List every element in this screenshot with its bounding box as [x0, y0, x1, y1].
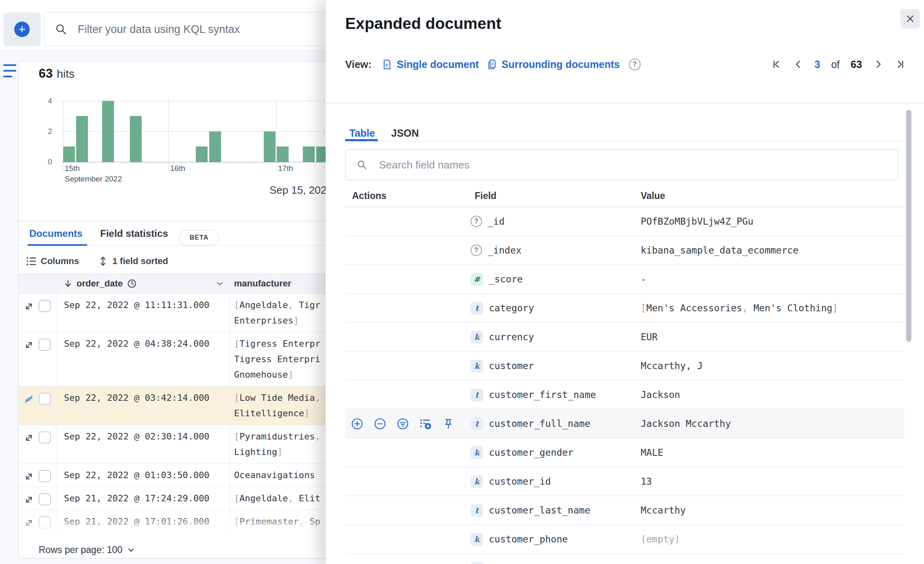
field-type-icon: k	[471, 533, 483, 546]
field-row: k customer_id 13	[345, 467, 904, 496]
field-name: customer_last_name	[489, 505, 590, 516]
view-row: View: Single document Surrounding docume…	[345, 55, 641, 74]
order-date-cell: Sep 22, 2022 @ 11:11:31.000	[57, 294, 230, 332]
row-checkbox[interactable]	[39, 470, 51, 482]
row-checkbox[interactable]	[39, 300, 51, 312]
field-type-icon: k	[471, 475, 483, 488]
flyout-header-divider	[326, 103, 924, 103]
field-name: customer_id	[489, 476, 551, 487]
last-page-button[interactable]	[895, 59, 905, 70]
single-document-link[interactable]: Single document	[381, 59, 479, 70]
field-cell: # _score	[471, 273, 637, 286]
toggle-column-icon[interactable]	[419, 418, 432, 430]
field-type-icon: t	[471, 389, 483, 401]
control-column-header	[19, 274, 57, 293]
order-date-cell: Sep 22, 2022 @ 03:42:14.000	[57, 387, 230, 425]
tab-documents[interactable]: Documents	[29, 228, 83, 239]
field-value: 13	[637, 476, 904, 487]
expand-row-icon[interactable]	[24, 472, 34, 481]
field-cell: k day_of_week	[471, 562, 637, 564]
field-cell: t customer_full_name	[471, 418, 637, 430]
filter-out-value-icon[interactable]	[374, 418, 386, 430]
columns-button[interactable]: Columns	[26, 252, 79, 270]
row-checkbox[interactable]	[39, 431, 51, 444]
field-sorted-button[interactable]: 1 field sorted	[98, 252, 168, 270]
field-name: customer_gender	[489, 447, 574, 458]
previous-page-button[interactable]	[793, 59, 804, 70]
field-value: (empty)	[637, 534, 904, 544]
field-cell: t customer_first_name	[471, 389, 637, 401]
filter-for-value-icon[interactable]	[351, 418, 363, 430]
field-type-icon: k	[471, 360, 483, 372]
histogram-bar	[303, 146, 315, 162]
field-cell: ? _index	[471, 245, 637, 256]
next-page-button[interactable]	[873, 59, 884, 70]
chevron-down-icon[interactable]	[215, 279, 225, 289]
first-page-button[interactable]	[771, 59, 782, 70]
expand-row-icon[interactable]	[24, 302, 34, 311]
search-icon	[55, 23, 67, 35]
table-bottom-fade	[19, 514, 325, 542]
filter-exists-icon[interactable]	[396, 418, 409, 430]
field-cell: ? _id	[471, 216, 637, 227]
x-axis-title: Sep 15, 2022	[269, 184, 333, 197]
field-cell: k customer_gender	[471, 446, 637, 459]
current-page: 3	[815, 59, 820, 70]
row-checkbox[interactable]	[39, 493, 51, 505]
tab-table[interactable]: Table	[349, 127, 375, 139]
surrounding-documents-link[interactable]: Surrounding documents	[486, 59, 620, 70]
field-value: Jackson Mccarthy	[637, 418, 904, 429]
field-row: t customer_first_name Jackson	[345, 380, 904, 409]
field-value: -	[637, 274, 904, 284]
add-filter-button[interactable]: +	[3, 12, 41, 46]
chevron-down-icon[interactable]	[127, 546, 136, 555]
field-row: k customer Mccarthy, J	[345, 352, 904, 380]
tab-field-statistics[interactable]: Field statistics	[100, 228, 168, 239]
chevron-right-icon	[873, 59, 884, 70]
tab-json[interactable]: JSON	[391, 127, 419, 139]
menu-toggle-icon[interactable]	[2, 62, 17, 81]
field-value: POfBZoMBjbVLjw4Z_PGu	[637, 216, 904, 227]
histogram-bars	[0, 101, 326, 162]
field-type-icon: ?	[471, 245, 482, 256]
column-header-order-date[interactable]: order_date	[57, 274, 230, 293]
single-document-label: Single document	[397, 59, 479, 70]
value-column-header: Value	[637, 190, 904, 201]
manufacturer-header-label: manufacturer	[234, 278, 291, 289]
hits-count: 63hits	[39, 66, 74, 81]
help-icon[interactable]: ?	[629, 59, 641, 70]
field-row-actions	[345, 418, 471, 430]
row-checkbox[interactable]	[39, 339, 51, 351]
x-axis-tick: 16th	[170, 164, 185, 173]
pin-field-icon[interactable]	[442, 418, 455, 430]
row-controls	[19, 332, 57, 386]
expand-row-icon[interactable]	[24, 495, 34, 505]
expand-row-icon[interactable]	[24, 340, 34, 350]
expand-row-icon[interactable]	[24, 433, 34, 443]
field-type-icon: k	[471, 562, 483, 564]
x-axis-line	[61, 162, 325, 162]
field-value: kibana_sample_data_ecommerce	[637, 245, 904, 256]
first-page-icon	[771, 59, 782, 70]
field-value: MALE	[637, 447, 904, 458]
order-date-cell: Sep 22, 2022 @ 04:38:24.000	[57, 332, 230, 386]
collapse-row-icon[interactable]	[24, 394, 34, 404]
row-checkbox[interactable]	[39, 393, 51, 405]
field-row: k currency EUR	[345, 323, 904, 352]
beta-badge: BETA	[179, 230, 219, 245]
rows-per-page-button[interactable]: Rows per page: 100	[39, 544, 123, 555]
flyout-scrollbar[interactable]	[906, 110, 911, 342]
close-flyout-button[interactable]	[900, 9, 920, 28]
histogram-bar	[209, 131, 221, 162]
x-axis-tick-sub: September 2022	[65, 175, 122, 184]
list-icon	[26, 256, 37, 267]
hits-label: hits	[57, 68, 74, 80]
field-search-input[interactable]	[378, 158, 868, 172]
view-label: View:	[345, 59, 372, 70]
field-row: # _score -	[345, 265, 904, 294]
field-cell: k customer_phone	[471, 533, 637, 546]
field-name: _score	[489, 274, 523, 284]
histogram-bar	[130, 116, 142, 162]
total-pages: 63	[851, 59, 862, 70]
field-type-icon: #	[471, 273, 483, 286]
